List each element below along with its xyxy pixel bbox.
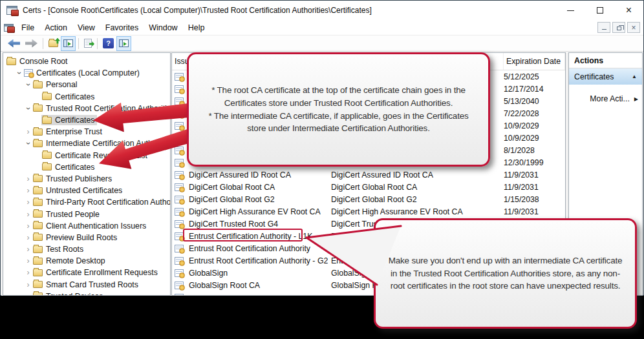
toolbar-separator [78,38,79,49]
list-row-digicert-high-assurance-ev-root-ca[interactable]: DigiCert High Assurance EV Root CADigiCe… [172,205,565,218]
actions-group-certificates[interactable]: Certificates ▲ [569,68,642,85]
tree-label-wrap: Certificates (Local Computer) [23,68,142,78]
folder-icon [33,269,43,276]
tree-item-untrusted-certificates[interactable]: ›Untrusted Certificates [3,185,170,196]
toolbar-console-tree-toggle-button[interactable] [61,36,76,51]
folder-icon [33,81,43,88]
cell-issued-to: DigiCert High Assurance EV Root CA [189,207,331,216]
chevron-collapsed-icon[interactable]: › [24,245,32,253]
tree-item-label: Certificates [55,163,95,172]
collapse-icon[interactable]: ▲ [632,74,637,79]
list-row-digicert-global-root-ca[interactable]: DigiCert Global Root CADigiCert Global R… [172,181,565,193]
chevron-expanded-icon[interactable]: › [16,69,23,77]
toolbar-up-one-level-button[interactable] [46,36,61,51]
tree-item-certificates[interactable]: Certificates [3,161,170,173]
up-one-level-icon [48,40,58,47]
cell-expiration-date: 11/9/2031 [504,170,565,180]
chevron-collapsed-icon[interactable]: › [24,257,32,265]
certificate-icon [175,147,184,154]
toolbar: ? [1,36,643,52]
certificate-icon [175,269,184,277]
cell-expiration-date: 12/30/1999 [504,158,565,167]
certificate-icon [175,208,184,216]
tree-label-wrap: Untrusted Certificates [32,185,124,196]
chevron-collapsed-icon[interactable]: › [24,175,32,183]
mdi-child-icon [4,24,14,32]
menu-window[interactable]: Window [144,23,182,32]
tree-item-remote-desktop[interactable]: ›Remote Desktop [3,255,170,267]
list-row-digicert-global-root-g2[interactable]: DigiCert Global Root G2DigiCert Global R… [172,193,565,205]
toolbar-action-pane-toggle-button[interactable] [116,36,131,51]
tree-item-third-party-root-certification-authorities[interactable]: ›Third-Party Root Certification Authorit… [3,196,170,208]
certificate-icon-cell [172,294,189,296]
certificate-icon-cell [172,183,189,191]
tree-item-personal[interactable]: ›Personal [3,79,170,90]
maximize-button[interactable] [585,1,614,20]
chevron-collapsed-icon[interactable]: › [24,293,32,296]
chevron-expanded-icon[interactable]: › [25,139,32,148]
callout1-bullet2: * The intermediate CA certificate, if ap… [199,110,478,135]
close-button[interactable]: × [614,1,643,20]
chevron-collapsed-icon[interactable]: › [24,187,32,194]
tree-item-console-root[interactable]: Console Root [3,56,170,67]
certificate-icon [175,257,184,265]
chevron-collapsed-icon[interactable]: › [24,234,32,241]
tree-item-certificate-enrollment-requests[interactable]: ›Certificate Enrollment Requests [3,267,170,278]
minimize-button[interactable] [556,1,585,20]
tree-item-enterprise-trust[interactable]: ›Enterprise Trust [3,126,170,138]
folder-icon [33,199,43,206]
more-actions-label: More Acti... [590,94,630,103]
chevron-collapsed-icon[interactable]: › [24,211,32,218]
tree-item-trusted-devices[interactable]: ›Trusted Devices [3,291,170,296]
callout1-bullet1: * The root CA certificate at the top of … [199,84,478,109]
chevron-collapsed-icon[interactable]: › [24,198,32,206]
menu-action[interactable]: Action [39,23,72,32]
help-icon: ? [103,38,114,48]
chevron-expanded-icon[interactable]: › [25,81,32,89]
cell-issued-by: DigiCert High Assurance EV Root CA [331,207,504,216]
certificate-icon [175,232,184,240]
tree-item-certificates-local-computer[interactable]: ›Certificates (Local Computer) [3,67,170,79]
tree-item-certificates[interactable]: Certificates [3,91,170,103]
tree-item-label: Remote Desktop [46,256,105,265]
mdi-close-button[interactable]: × [627,22,640,33]
menu-favorites[interactable]: Favorites [100,23,144,32]
title-bar: Certs - [Console Root\Certificates (Loca… [1,1,643,20]
close-icon: × [626,5,632,15]
console-tree-pane[interactable]: Console Root›Certificates (Local Compute… [3,52,171,296]
folder-icon [33,105,43,112]
tree-item-label: Client Authentication Issuers [46,221,146,231]
tree-item-trusted-publishers[interactable]: ›Trusted Publishers [3,173,170,185]
tree-item-label: Untrusted Certificates [46,186,122,195]
menu-file[interactable]: File [16,23,39,32]
menu-view[interactable]: View [72,23,100,32]
tree-item-preview-build-roots[interactable]: ›Preview Build Roots [3,232,170,243]
list-row-digicert-assured-id-root-ca[interactable]: DigiCert Assured ID Root CADigiCert Assu… [172,169,565,181]
menu-help[interactable]: Help [183,23,210,32]
tree-item-smart-card-trusted-roots[interactable]: ›Smart Card Trusted Roots [3,279,170,291]
certificate-icon-cell [172,208,189,216]
back-icon [8,39,20,48]
column-header-expiration-date[interactable]: Expiration Date [504,53,565,70]
tree-item-label: Preview Build Roots [46,233,117,242]
mdi-restore-button[interactable] [612,22,625,33]
chevron-collapsed-icon[interactable]: › [24,128,32,136]
chevron-collapsed-icon[interactable]: › [24,222,32,230]
menu-bar: FileActionViewFavoritesWindowHelp × [1,20,643,36]
folder-icon [6,58,16,65]
tree-item-client-authentication-issuers[interactable]: ›Client Authentication Issuers [3,220,170,232]
tree-item-test-roots[interactable]: ›Test Roots [3,243,170,255]
mdi-minimize-button[interactable] [597,22,610,33]
toolbar-help-button[interactable]: ? [100,36,116,51]
chevron-collapsed-icon[interactable]: › [24,269,32,276]
chevron-expanded-icon[interactable]: › [25,104,32,112]
tree-item-trusted-people[interactable]: ›Trusted People [3,208,170,220]
tree-label-wrap: Console Root [6,56,70,67]
tree-label-wrap: Certificates [41,92,97,102]
toolbar-forward-button[interactable] [23,36,40,51]
chevron-collapsed-icon[interactable]: › [24,281,32,289]
certificate-icon-cell [172,269,189,277]
toolbar-back-button[interactable] [5,36,23,51]
toolbar-export-list-button[interactable] [81,36,94,51]
more-actions-item[interactable]: More Acti... ▶ [569,94,642,103]
